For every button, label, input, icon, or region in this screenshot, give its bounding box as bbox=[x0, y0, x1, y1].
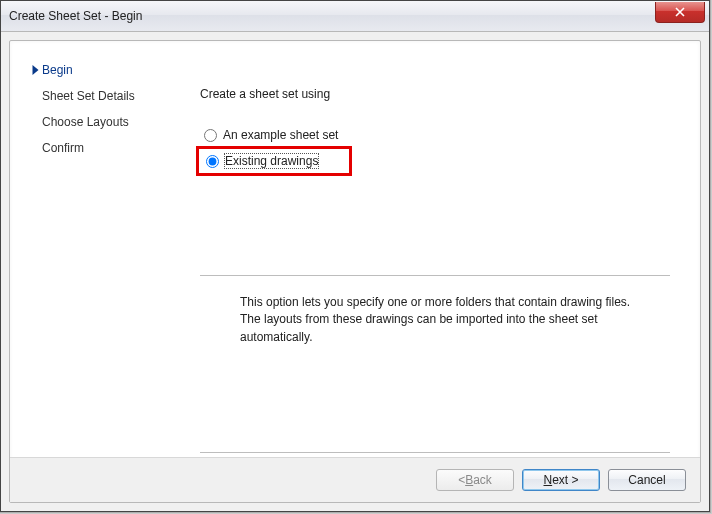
back-button: < Back bbox=[436, 469, 514, 491]
main-panel: Create a sheet set using An example shee… bbox=[200, 57, 700, 457]
dialog-window: Create Sheet Set - Begin Begin Sheet Set… bbox=[0, 0, 710, 512]
nav-label: Sheet Set Details bbox=[42, 89, 135, 103]
window-title: Create Sheet Set - Begin bbox=[9, 9, 142, 23]
next-button[interactable]: Next > bbox=[522, 469, 600, 491]
nav-current-arrow-icon bbox=[30, 65, 40, 75]
radio-existing-label: Existing drawings bbox=[225, 154, 318, 168]
close-button[interactable] bbox=[655, 2, 705, 23]
annotation-highlight: Existing drawings bbox=[200, 150, 348, 172]
button-bar: < Back Next > Cancel bbox=[10, 457, 700, 502]
wizard-nav: Begin Sheet Set Details Choose Layouts C… bbox=[10, 57, 200, 457]
radio-existing-input[interactable] bbox=[206, 155, 219, 168]
option-description: This option lets you specify one or more… bbox=[200, 276, 670, 346]
client-area: Begin Sheet Set Details Choose Layouts C… bbox=[9, 40, 701, 503]
radio-example-label: An example sheet set bbox=[223, 128, 338, 142]
nav-label: Confirm bbox=[42, 141, 84, 155]
titlebar[interactable]: Create Sheet Set - Begin bbox=[1, 1, 709, 32]
radio-option-existing[interactable]: Existing drawings bbox=[200, 149, 670, 173]
close-icon bbox=[674, 7, 686, 17]
prompt-text: Create a sheet set using bbox=[200, 87, 670, 101]
nav-step-confirm[interactable]: Confirm bbox=[30, 135, 200, 161]
separator-bottom bbox=[200, 452, 670, 453]
nav-step-begin[interactable]: Begin bbox=[30, 57, 200, 83]
cancel-button[interactable]: Cancel bbox=[608, 469, 686, 491]
nav-label: Choose Layouts bbox=[42, 115, 129, 129]
radio-option-example[interactable]: An example sheet set bbox=[200, 123, 670, 147]
nav-step-layouts[interactable]: Choose Layouts bbox=[30, 109, 200, 135]
nav-step-details[interactable]: Sheet Set Details bbox=[30, 83, 200, 109]
content-area: Begin Sheet Set Details Choose Layouts C… bbox=[10, 41, 700, 457]
radio-example-input[interactable] bbox=[204, 129, 217, 142]
radio-group: An example sheet set Existing drawings bbox=[200, 123, 670, 175]
nav-label: Begin bbox=[42, 63, 73, 77]
